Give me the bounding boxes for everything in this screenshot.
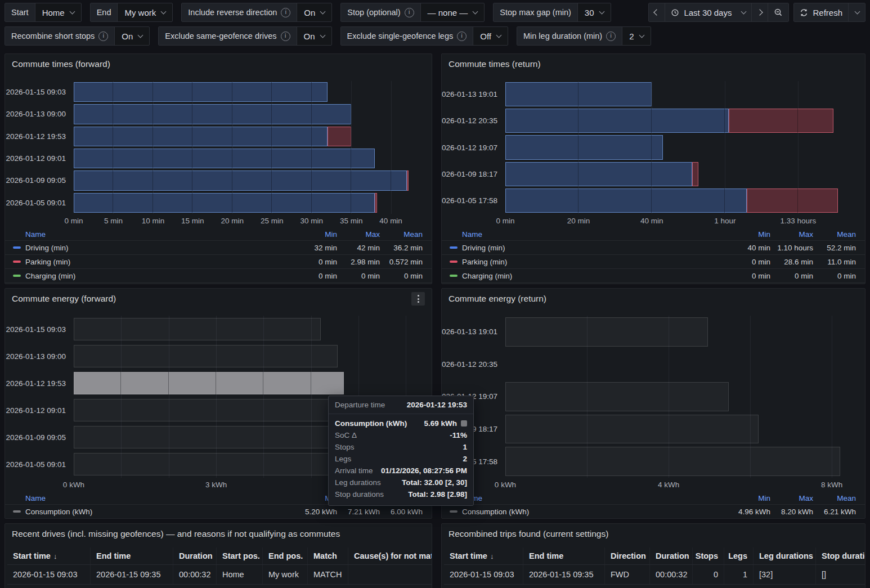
x-axis-tick-label: 4 kWh xyxy=(658,481,679,489)
column-header[interactable]: Leg durations xyxy=(754,547,816,564)
legend-header-max[interactable]: Max xyxy=(337,230,380,239)
filter-control: Recombine short stopsiOn xyxy=(5,26,150,46)
legend-series-toggle[interactable]: Driving (min) xyxy=(13,244,294,252)
time-range-group: Last 30 days xyxy=(648,3,789,22)
legend-series-toggle[interactable]: Parking (min) xyxy=(450,258,728,266)
panel-menu-icon[interactable] xyxy=(411,292,425,306)
control-value-text: Home xyxy=(42,8,65,17)
legend-min-value: 5.20 kWh xyxy=(294,508,337,516)
control-label-text: Recombine short stops xyxy=(11,32,95,41)
refresh-button[interactable]: Refresh xyxy=(794,3,849,21)
bar-consumption[interactable] xyxy=(505,382,729,411)
info-icon[interactable]: i xyxy=(606,32,616,41)
tooltip-value-text: -11% xyxy=(450,431,467,439)
column-header[interactable]: End time xyxy=(523,547,605,564)
legend-row: Charging (min)0 min0 min0 min xyxy=(5,268,432,283)
control-value-dropdown[interactable]: On xyxy=(115,27,149,45)
legend-header-mean[interactable]: Mean xyxy=(813,230,856,239)
bar-consumption[interactable] xyxy=(74,453,365,475)
column-header-label: Start time xyxy=(450,551,487,560)
bar-grid-overlay xyxy=(74,104,351,124)
time-range-back-button[interactable] xyxy=(649,3,665,21)
refresh-interval-dropdown[interactable] xyxy=(849,3,865,21)
filter-control: Exclude same-geofence drivesiOn xyxy=(158,26,331,46)
bar-consumption[interactable] xyxy=(74,399,368,421)
legend-mean-value: 0 min xyxy=(380,272,423,280)
zoom-out-icon xyxy=(774,8,783,17)
tooltip-value-text: Total: 32.00 [2, 30] xyxy=(402,478,467,487)
column-header[interactable]: End pos. xyxy=(263,547,308,564)
time-range-forward-button[interactable] xyxy=(752,3,768,21)
bar-track xyxy=(505,413,860,446)
legend-series-toggle[interactable]: Driving (min) xyxy=(450,244,728,252)
x-axis-tick-label: 40 min xyxy=(379,217,402,225)
legend-series-swatch xyxy=(13,246,21,249)
column-header[interactable]: Cause(s) for not matching xyxy=(348,547,432,564)
control-value-dropdown[interactable]: — none — xyxy=(421,3,485,21)
bar-track xyxy=(505,161,860,187)
column-header[interactable]: Stops xyxy=(693,547,724,564)
bar-consumption[interactable] xyxy=(505,447,840,476)
legend-series-toggle[interactable]: Parking (min) xyxy=(13,258,294,266)
control-value-dropdown[interactable]: 30 xyxy=(578,3,611,21)
info-icon[interactable]: i xyxy=(98,32,108,41)
control-label: Exclude single-geofence legsi xyxy=(341,27,474,45)
legend-min-value: 0 min xyxy=(728,258,770,266)
legend-header-max[interactable]: Max xyxy=(770,494,813,502)
control-label: End xyxy=(91,3,118,21)
legend-header-mean[interactable]: Mean xyxy=(813,494,856,502)
y-axis-label: 2026-01-13 19:01 xyxy=(442,316,505,348)
column-header[interactable]: Duration xyxy=(173,547,217,564)
info-icon[interactable]: i xyxy=(281,32,290,41)
control-value-dropdown[interactable]: Home xyxy=(35,3,81,21)
legend-min-value: 0 min xyxy=(294,258,337,266)
x-axis: 0 min5 min10 min15 min20 min25 min30 min… xyxy=(74,214,423,227)
column-header[interactable]: Start time↓ xyxy=(444,547,523,564)
legend-header-max[interactable]: Max xyxy=(770,230,813,239)
column-header[interactable]: Match xyxy=(308,547,348,564)
chart-row: 2026-01-09 18:17 xyxy=(442,413,865,446)
legend-series-toggle[interactable]: Consumption (kWh) xyxy=(450,508,728,516)
chevron-down-icon xyxy=(320,32,325,38)
legend-series-toggle[interactable]: Charging (min) xyxy=(450,272,728,280)
filter-control: EndMy work xyxy=(90,3,173,22)
legend-series-swatch xyxy=(450,246,458,249)
column-header[interactable]: Start pos. xyxy=(217,547,263,564)
time-range-zoom-out-button[interactable] xyxy=(768,3,788,21)
column-header[interactable]: Duration xyxy=(650,547,693,564)
bar-consumption[interactable] xyxy=(505,317,708,347)
tooltip-row-value: 2 xyxy=(463,455,467,463)
chevron-down-icon xyxy=(69,8,75,14)
legend-header-min[interactable]: Min xyxy=(728,494,770,502)
legend-header-min[interactable]: Min xyxy=(728,230,770,239)
tooltip-row: Stops1 xyxy=(335,441,467,453)
legend-header-name: Name xyxy=(13,230,294,239)
column-header[interactable]: Stop durations xyxy=(816,547,865,564)
bar-track xyxy=(74,370,423,397)
info-icon[interactable]: i xyxy=(281,8,290,17)
bar-consumption[interactable] xyxy=(74,345,338,367)
control-value-dropdown[interactable]: My work xyxy=(118,3,172,21)
chart-row: 2026-01-05 17:58 xyxy=(442,445,865,478)
bar-consumption[interactable] xyxy=(505,415,759,444)
legend-series-toggle[interactable]: Consumption (kWh) xyxy=(13,508,294,516)
info-icon[interactable]: i xyxy=(457,32,467,41)
control-value-dropdown[interactable]: Off xyxy=(473,27,508,45)
control-value-dropdown[interactable]: 2 xyxy=(622,27,650,45)
chart-row: 2026-01-12 19:53 xyxy=(5,125,432,147)
legend-series-toggle[interactable]: Charging (min) xyxy=(13,272,294,280)
bar-consumption[interactable] xyxy=(74,318,321,340)
column-header[interactable]: Start time↓ xyxy=(7,547,91,564)
column-header[interactable]: End time xyxy=(91,547,173,564)
legend-header-mean[interactable]: Mean xyxy=(380,230,423,239)
column-header[interactable]: Legs xyxy=(724,547,754,564)
column-header[interactable]: Direction xyxy=(605,547,650,564)
control-value-dropdown[interactable]: On xyxy=(297,27,331,45)
control-value-dropdown[interactable]: On xyxy=(297,3,331,21)
chart-row: 2026-01-12 19:07 xyxy=(442,134,865,160)
info-icon[interactable]: i xyxy=(405,8,414,17)
legend-header-min[interactable]: Min xyxy=(294,230,337,239)
x-axis-tick-label: 5 min xyxy=(104,217,123,225)
time-range-picker-button[interactable]: Last 30 days xyxy=(665,3,752,21)
chevron-down-icon xyxy=(855,8,860,14)
